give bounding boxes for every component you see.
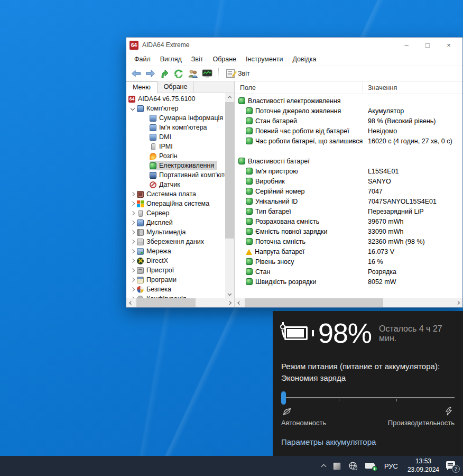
scroll-right-icon[interactable] [225, 298, 234, 307]
minimize-button[interactable]: – [396, 38, 417, 52]
tree-item[interactable]: DMI [126, 132, 225, 142]
menu-item-report[interactable]: Звіт [187, 53, 208, 65]
grid-horizontal-scrollbar[interactable] [235, 298, 462, 307]
chevron-right-icon[interactable] [128, 288, 137, 291]
tree-item[interactable]: Конфігурація [126, 294, 225, 298]
chevron-right-icon[interactable] [128, 231, 137, 234]
up-icon[interactable] [158, 68, 171, 79]
chevron-right-icon[interactable] [128, 259, 137, 262]
tree-item[interactable]: Дисплей [126, 218, 225, 227]
refresh-icon[interactable] [172, 68, 185, 79]
tab-menu[interactable]: Меню [126, 81, 158, 93]
grid-row[interactable]: Ємність повної зарядки33090 mWh [235, 226, 462, 236]
scroll-left-icon[interactable] [235, 298, 244, 307]
tree-item[interactable]: Комп'ютер [126, 104, 225, 113]
users-icon[interactable] [187, 68, 199, 79]
back-icon[interactable] [129, 68, 142, 79]
tree-item[interactable]: Мережа [126, 246, 225, 256]
chevron-right-icon[interactable] [128, 250, 137, 253]
action-center-button[interactable]: 7 [446, 461, 458, 471]
grid-row[interactable]: Поточне джерело живленняАкумулятор [235, 106, 462, 116]
scroll-down-icon[interactable] [225, 289, 234, 298]
grid-row[interactable]: Напруга батареї16.073 V [235, 246, 462, 257]
tree-item[interactable]: Мультимедіа [126, 227, 225, 237]
grid-row[interactable]: Повний час роботи від батареїНевідомо [235, 126, 462, 136]
tray-app-button[interactable] [329, 456, 345, 476]
column-field[interactable]: Поле [235, 84, 256, 91]
grid-row[interactable]: ВиробникSANYO [235, 176, 462, 186]
menu-item-tools[interactable]: Інструменти [241, 53, 288, 65]
menu-item-file[interactable]: Файл [129, 53, 155, 65]
grid-row[interactable]: Швидкість розрядки8052 mW [235, 277, 462, 287]
chevron-right-icon[interactable] [128, 193, 137, 196]
tree-item[interactable]: Пристрої [126, 266, 225, 275]
tree-hscroll-thumb[interactable] [136, 298, 196, 307]
tree-item[interactable]: 64AIDA64 v6.75.6100 [126, 94, 225, 104]
grid-row[interactable]: Стан батарей98 % (Високий рівень) [235, 116, 462, 126]
grid-row[interactable]: Тип батареїПерезарядний LiP [235, 206, 462, 216]
tree-item[interactable]: Системна плата [126, 189, 225, 199]
grid-row[interactable]: Серійний номер7047 [235, 186, 462, 196]
tray-expand-button[interactable] [318, 456, 329, 476]
close-button[interactable]: × [438, 38, 459, 52]
chevron-right-icon[interactable] [128, 240, 137, 243]
grid-row[interactable]: Рівень зносу16 % [235, 257, 462, 267]
chevron-down-icon[interactable] [128, 107, 137, 110]
grid-row[interactable]: Розрахована ємність39670 mWh [235, 216, 462, 226]
menu-item-favorites[interactable]: Обране [208, 53, 241, 65]
column-divider[interactable] [363, 83, 363, 93]
tree-item[interactable]: Сервер [126, 208, 225, 218]
clock-time: 13:53 [408, 457, 439, 466]
battery-settings-link[interactable]: Параметры аккумулятора [281, 437, 376, 446]
tree-item[interactable]: Ім'я комп'ютера [126, 123, 225, 132]
chevron-right-icon[interactable] [128, 278, 137, 281]
tree-item[interactable]: Операційна система [126, 199, 225, 208]
chevron-right-icon[interactable] [128, 202, 137, 205]
remote-monitor-icon[interactable] [201, 68, 214, 79]
menu-item-view[interactable]: Вигляд [155, 53, 187, 65]
grid-row[interactable]: Поточна ємність32360 mWh (98 %) [235, 236, 462, 246]
tree-item[interactable]: Безпека [126, 285, 225, 294]
field-value: Невідомо [368, 127, 397, 135]
tree-vscroll-thumb[interactable] [225, 102, 234, 239]
grid-row[interactable]: Ім'я пристроюL15S4E01 [235, 166, 462, 176]
chevron-right-icon[interactable] [128, 212, 137, 215]
tree-item[interactable]: Електроживлення [126, 161, 225, 170]
power-mode-slider[interactable] [281, 391, 455, 405]
titlebar[interactable]: 64 AIDA64 Extreme – □ × [126, 38, 462, 52]
scroll-left-icon[interactable] [126, 298, 135, 307]
tree-item[interactable]: Датчик [126, 180, 225, 189]
slider-handle[interactable] [281, 391, 286, 405]
maximize-button[interactable]: □ [417, 38, 438, 52]
grid-row[interactable]: Властивості електроживлення [235, 96, 462, 106]
grid-row[interactable]: Унікальний ID7047SANYOL15S4E01 [235, 196, 462, 206]
scroll-right-icon[interactable] [453, 298, 462, 307]
tree-item[interactable]: Програми [126, 275, 225, 285]
network-button[interactable] [345, 456, 362, 476]
tree-item[interactable]: DirectX [126, 256, 225, 266]
grid-hscroll-thumb[interactable] [245, 298, 383, 307]
clock[interactable]: 13:53 23.09.2024 [403, 457, 444, 474]
slider-track[interactable] [281, 397, 455, 398]
tree-item[interactable]: Портативний комп'ютер [126, 170, 225, 180]
report-button[interactable]: Звіт [223, 68, 253, 79]
forward-icon[interactable] [144, 68, 156, 79]
scroll-up-icon[interactable] [225, 93, 234, 102]
tree-item[interactable]: Збереження даних [126, 237, 225, 246]
column-value[interactable]: Значення [368, 84, 397, 91]
window-title: AIDA64 Extreme [142, 41, 396, 49]
tree-item[interactable]: Розгін [126, 151, 225, 161]
tree-vertical-scrollbar[interactable] [225, 93, 234, 298]
tab-favorites[interactable]: Обране [158, 81, 195, 93]
tree-horizontal-scrollbar[interactable] [126, 298, 234, 307]
language-indicator[interactable]: РУС [379, 462, 403, 470]
chevron-right-icon[interactable] [128, 269, 137, 272]
grid-row[interactable]: СтанРозрядка [235, 267, 462, 277]
chevron-right-icon[interactable] [128, 221, 137, 224]
battery-tray-button[interactable] [362, 456, 379, 476]
grid-row[interactable]: Час роботи батареї, що залишився16020 с … [235, 136, 462, 146]
tree-item[interactable]: Сумарна інформація [126, 113, 225, 123]
menu-item-help[interactable]: Довідка [288, 53, 321, 65]
tree-item[interactable]: IPMI [126, 142, 225, 151]
grid-row[interactable]: Властивості батареї [235, 156, 462, 166]
